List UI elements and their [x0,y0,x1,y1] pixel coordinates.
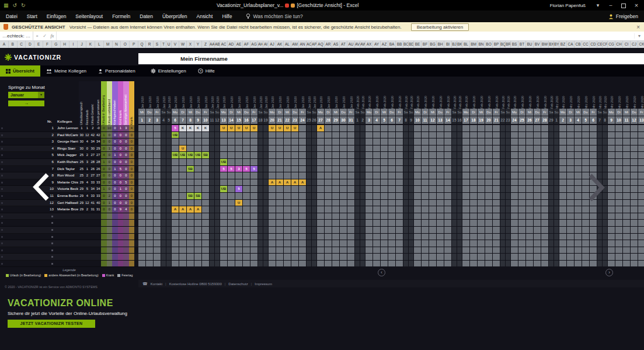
day-cell[interactable] [457,179,462,186]
column-header-Z[interactable]: Z [202,41,210,48]
column-header-CF[interactable]: CF [603,41,608,48]
day-cell[interactable] [444,213,451,220]
day-cell[interactable] [549,220,554,226]
day-cell[interactable] [269,213,276,220]
day-cell[interactable] [493,186,500,192]
day-cell[interactable] [518,234,525,240]
day-cell[interactable] [146,145,153,152]
day-cell[interactable] [534,179,541,186]
day-cell[interactable] [567,220,574,226]
day-cell[interactable] [422,138,429,145]
day-cell[interactable] [365,220,373,226]
day-cell[interactable] [396,145,403,152]
day-cell[interactable] [307,227,311,233]
day-cell[interactable] [500,193,505,199]
day-cell[interactable] [172,193,179,199]
day-cell[interactable] [541,179,548,186]
ribbon-tab-seitenlayout[interactable]: Seitenlayout [71,11,107,22]
day-cell[interactable] [478,172,485,179]
day-cell[interactable] [470,240,477,247]
day-cell[interactable] [340,227,347,233]
day-cell[interactable] [597,254,602,260]
day-cell[interactable] [179,220,186,226]
day-cell[interactable] [179,179,186,186]
day-cell[interactable] [381,240,388,247]
day-cell[interactable] [250,152,257,158]
day-cell[interactable] [235,206,242,213]
day-cell[interactable] [202,132,209,138]
day-cell[interactable] [575,247,582,254]
day-cell[interactable] [202,138,209,145]
day-cell[interactable] [373,240,380,247]
day-cell[interactable] [437,152,444,158]
day-cell[interactable] [215,234,220,240]
day-cell[interactable] [493,254,500,260]
day-cell[interactable] [506,220,510,226]
day-cell[interactable] [437,125,444,131]
day-cell[interactable] [575,186,582,192]
day-cell[interactable] [444,186,451,192]
day-cell[interactable] [429,159,436,165]
day-cell[interactable] [269,240,276,247]
day-cell[interactable] [317,132,324,138]
day-cell[interactable] [220,227,227,233]
day-cell[interactable] [403,213,408,220]
day-cell[interactable] [534,186,541,192]
day-cell[interactable] [215,254,220,260]
day-cell[interactable] [243,240,250,247]
day-cell[interactable] [444,172,451,179]
day-cell[interactable] [202,159,209,165]
day-cell[interactable] [307,213,311,220]
day-cell[interactable] [623,125,630,131]
day-cell[interactable] [422,166,429,172]
day-cell[interactable] [258,247,263,254]
day-cell[interactable] [307,247,311,254]
day-cell[interactable] [582,138,589,145]
day-cell[interactable] [541,213,548,220]
day-cell[interactable] [511,186,518,192]
event-cell[interactable]: UB [194,152,201,158]
day-cell[interactable] [172,247,179,254]
day-cell[interactable] [541,159,548,165]
day-cell[interactable] [457,234,462,240]
day-cell[interactable] [210,186,214,192]
day-cell[interactable] [559,240,566,247]
column-header-BK[interactable]: BK [457,41,462,48]
day-cell[interactable] [623,206,630,213]
day-cell[interactable] [284,261,291,267]
day-cell[interactable] [403,234,408,240]
day-cell[interactable] [457,213,462,220]
day-cell[interactable] [437,172,444,179]
column-header-BX[interactable]: BX [549,41,554,48]
day-cell[interactable] [582,206,589,213]
day-cell[interactable] [355,261,360,267]
day-cell[interactable] [161,247,166,254]
day-cell[interactable] [452,240,457,247]
day-cell[interactable] [526,152,533,158]
day-cell[interactable] [500,132,505,138]
event-cell[interactable]: 5 [243,166,250,172]
day-cell[interactable] [554,206,559,213]
day-cell[interactable] [307,132,311,138]
day-cell[interactable] [414,206,421,213]
day-cell[interactable] [172,172,179,179]
day-cell[interactable] [638,213,644,220]
day-cell[interactable] [500,125,505,131]
day-cell[interactable] [623,179,630,186]
day-cell[interactable] [518,145,525,152]
day-cell[interactable] [146,254,153,260]
day-cell[interactable] [511,247,518,254]
day-cell[interactable] [478,213,485,220]
day-cell[interactable] [388,172,395,179]
day-cell[interactable] [146,234,153,240]
day-cell[interactable] [623,240,630,247]
day-cell[interactable] [437,206,444,213]
day-cell[interactable] [638,166,644,172]
next-month-arrow[interactable] [585,172,607,203]
jump-button[interactable]: → [8,101,44,106]
day-cell[interactable] [340,261,347,267]
day-cell[interactable] [615,138,622,145]
tab--bersicht[interactable]: Übersicht [0,65,40,77]
day-cell[interactable] [215,145,220,152]
day-cell[interactable] [258,213,263,220]
